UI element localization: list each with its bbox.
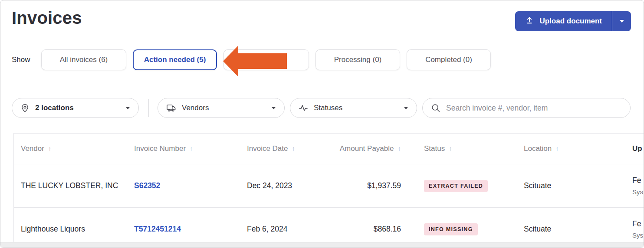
- sort-asc-icon: ↑: [190, 145, 193, 152]
- cell-amount: $1,937.59: [329, 181, 401, 190]
- tab-processing-label: Processing (0): [334, 55, 382, 64]
- cell-location: Scituate: [524, 181, 632, 190]
- uploaded-by-fragment: Sys: [632, 188, 644, 196]
- show-label: Show: [12, 55, 41, 64]
- header-location-label: Location: [524, 144, 552, 153]
- uploaded-by-fragment: Sys: [632, 232, 644, 239]
- invoices-page: Invoices Upload document Show All invoic…: [0, 0, 644, 248]
- cell-invoice-date: Dec 24, 2023: [247, 181, 329, 190]
- tab-all-invoices-label: All invoices (6): [60, 55, 108, 64]
- sort-asc-icon: ↑: [398, 145, 401, 152]
- sort-asc-icon: ↑: [48, 145, 52, 152]
- header-amount-payable[interactable]: Amount Payable↑: [329, 144, 401, 153]
- invoice-number-link[interactable]: T5712451214: [134, 225, 181, 233]
- upload-document-label: Upload document: [539, 17, 602, 26]
- chevron-down-icon: [404, 107, 408, 110]
- locations-dropdown[interactable]: 2 locations: [12, 98, 139, 118]
- header-status[interactable]: Status↑: [424, 144, 524, 153]
- cell-uploaded-clipped: Fe Sys: [632, 176, 644, 196]
- chevron-down-icon: [271, 107, 276, 110]
- table-header-row: Vendor↑ Invoice Number↑ Invoice Date↑ Am…: [14, 134, 644, 164]
- uploaded-date-fragment: Fe: [632, 176, 644, 185]
- chevron-down-icon: [619, 20, 624, 23]
- vendors-dropdown-value: Vendors: [182, 104, 209, 112]
- upload-document-split-button: Upload document: [515, 11, 631, 31]
- statuses-dropdown-value: Statuses: [314, 104, 342, 112]
- tab-processing[interactable]: Processing (0): [315, 49, 400, 70]
- filter-divider: [148, 99, 149, 117]
- header-invoice-date-label: Invoice Date: [247, 144, 288, 153]
- header-vendor[interactable]: Vendor↑: [21, 144, 134, 153]
- chevron-down-icon: [125, 107, 130, 110]
- tabs-divider: [12, 83, 632, 83]
- cell-uploaded-clipped: Fe Sys: [632, 219, 644, 239]
- search-icon: [431, 103, 440, 113]
- header-amount-payable-label: Amount Payable: [340, 144, 394, 153]
- cell-location: Scituate: [524, 225, 632, 234]
- page-title: Invoices: [12, 8, 82, 28]
- truck-icon: [166, 104, 176, 112]
- cell-vendor: Lighthouse Liquors: [21, 225, 134, 234]
- search-box[interactable]: [422, 98, 631, 118]
- sort-asc-icon: ↑: [555, 145, 559, 152]
- tab-action-needed-label: Action needed (5): [144, 55, 206, 64]
- header-invoice-date[interactable]: Invoice Date↑: [247, 144, 329, 153]
- uploaded-date-fragment: Fe: [632, 219, 644, 228]
- cell-vendor: THE LUCKY LOBSTER, INC: [21, 181, 134, 190]
- vendors-dropdown[interactable]: Vendors: [158, 98, 285, 118]
- header-invoice-number[interactable]: Invoice Number↑: [134, 144, 247, 153]
- show-filter-tabs: Show All invoices (6) Action needed (5) …: [12, 49, 497, 70]
- invoices-table: Vendor↑ Invoice Number↑ Invoice Date↑ Am…: [13, 133, 644, 242]
- location-pin-icon: [20, 104, 30, 113]
- cell-amount: $868.16: [329, 225, 401, 234]
- tab-all-invoices[interactable]: All invoices (6): [41, 49, 126, 70]
- search-input[interactable]: [446, 104, 622, 113]
- status-badge: INFO MISSING: [424, 223, 478, 235]
- header-vendor-label: Vendor: [21, 144, 44, 153]
- header-status-label: Status: [424, 144, 445, 153]
- upload-icon: [525, 16, 534, 27]
- activity-pulse-icon: [299, 104, 308, 112]
- upload-dropdown-toggle[interactable]: [612, 11, 631, 31]
- filter-bar: 2 locations Vendors: [0, 98, 644, 118]
- window-bottom-edge: [0, 242, 644, 248]
- tab-hidden-behind-arrow[interactable]: ): [223, 49, 309, 70]
- tab-completed[interactable]: Completed (0): [407, 49, 491, 70]
- tab-hidden-label-fragment: ): [283, 55, 286, 64]
- invoice-number-link[interactable]: S62352: [134, 181, 160, 190]
- locations-dropdown-value: 2 locations: [35, 104, 74, 112]
- sort-asc-icon: ↑: [292, 145, 296, 152]
- table-row[interactable]: THE LUCKY LOBSTER, INC S62352 Dec 24, 20…: [14, 164, 644, 208]
- header-uploaded-clipped[interactable]: Up: [632, 144, 644, 153]
- header-uploaded-label: Up: [632, 144, 642, 153]
- tab-action-needed[interactable]: Action needed (5): [133, 49, 217, 70]
- cell-invoice-date: Feb 6, 2024: [247, 225, 329, 234]
- header-location[interactable]: Location↑: [524, 144, 632, 153]
- tab-completed-label: Completed (0): [425, 55, 472, 64]
- sort-asc-icon: ↑: [449, 145, 452, 152]
- statuses-dropdown[interactable]: Statuses: [290, 98, 417, 118]
- status-badge: EXTRACT FAILED: [424, 180, 488, 192]
- upload-document-button[interactable]: Upload document: [515, 11, 612, 31]
- header-invoice-number-label: Invoice Number: [134, 144, 186, 153]
